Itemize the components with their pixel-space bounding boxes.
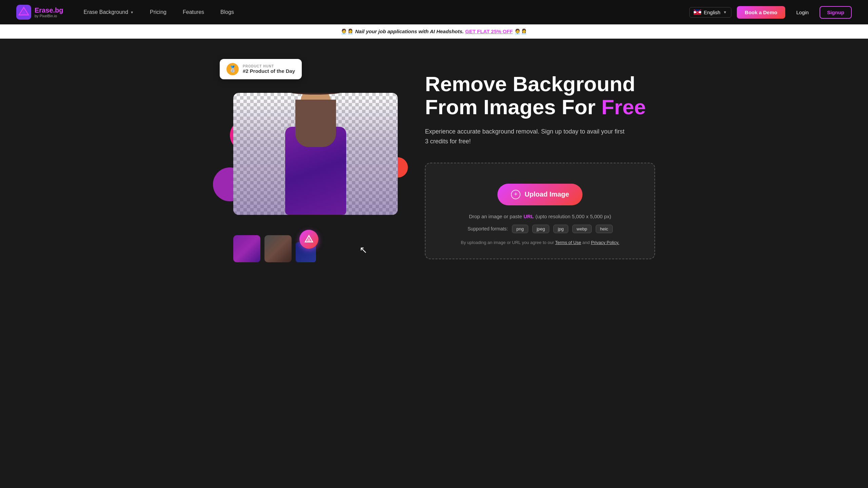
banner-cta-link[interactable]: GET FLAT 25% OFF [465,28,513,34]
logo-title-part2: .bg [53,6,63,14]
flag-icon [694,9,701,15]
book-demo-button[interactable]: Book a Demo [737,6,786,19]
upload-button-label: Upload Image [525,190,569,198]
hero-illustration: 🥈 PRODUCT HUNT #2 Product of the Day [213,59,405,262]
banner-emoji-left: 🧑‍💼👩‍💼 [341,28,354,34]
format-jpeg: jpeg [532,225,550,233]
ph-label: PRODUCT HUNT [243,64,295,68]
logo-subtitle: by PixelBin.io [35,14,63,18]
banner-emoji-right: 🧑‍💼👩‍💼 [514,28,527,34]
signup-button[interactable]: Signup [820,6,852,19]
plus-icon: + [511,190,520,199]
drop-text-after: (upto resolution 5,000 x 5,000 px) [535,214,611,219]
hero-content: Remove Background From Images For Free E… [425,59,655,259]
format-webp: webp [572,225,592,233]
nav-actions: English ▼ Book a Demo Login Signup [689,6,852,19]
ph-title: #2 Product of the Day [243,68,295,74]
formats-label: Supported formats: [468,226,508,231]
ph-medal-icon: 🥈 [226,63,239,75]
format-png: png [512,225,528,233]
format-jpg: jpg [553,225,568,233]
format-heic: heic [596,225,613,233]
privacy-policy-link[interactable]: Privacy Policy. [591,240,619,245]
nav-links: Erase Background ▼ Pricing Features Blog… [84,9,689,15]
login-button[interactable]: Login [791,6,814,19]
nav-features[interactable]: Features [183,9,204,15]
upload-image-button[interactable]: + Upload Image [497,184,583,205]
drop-text: Drop an image or paste URL (upto resolut… [439,214,641,219]
product-hunt-badge: 🥈 PRODUCT HUNT #2 Product of the Day [220,59,302,79]
cursor-icon: ↖ [359,244,367,256]
hero-title: Remove Background From Images For Free [425,73,655,119]
logo-text: Erase.bg by PixelBin.io [35,6,63,18]
demo-image-card [233,93,398,215]
chevron-down-icon: ▼ [723,10,727,14]
hero-subtitle: Experience accurate background removal. … [425,127,628,146]
main-content: 🥈 PRODUCT HUNT #2 Product of the Day [197,39,671,289]
url-link[interactable]: URL [524,214,534,219]
banner-text: Nail your job applications with AI Heads… [355,28,463,34]
formats-row: Supported formats: png jpeg jpg webp hei… [439,225,641,233]
chevron-down-icon: ▼ [130,11,134,14]
logo[interactable]: Erase.bg by PixelBin.io [16,5,63,20]
language-label: English [704,9,721,15]
hero-title-line1: Remove Background [425,72,635,96]
terms-text: By uploading an image or URL you agree t… [439,240,641,245]
erase-logo-icon [304,235,314,244]
promo-banner: 🧑‍💼👩‍💼 Nail your job applications with A… [0,24,868,39]
thumbnail-1[interactable] [233,235,260,262]
logo-icon [16,5,31,20]
nav-blogs[interactable]: Blogs [220,9,234,15]
drop-text-before: Drop an image or paste [469,214,522,219]
hero-title-highlight: Free [601,95,646,119]
logo-title-part1: Erase [35,6,53,14]
upload-area: + Upload Image Drop an image or paste UR… [425,163,655,259]
erase-logo-overlay [299,230,318,249]
nav-pricing[interactable]: Pricing [150,9,166,15]
terms-between: and [583,240,590,245]
navbar: Erase.bg by PixelBin.io Erase Background… [0,0,868,24]
terms-before: By uploading an image or URL you agree t… [461,240,554,245]
language-selector[interactable]: English ▼ [689,7,731,18]
nav-erase-background[interactable]: Erase Background ▼ [84,9,134,15]
hero-title-line2: From Images For [425,95,595,119]
thumbnail-2[interactable] [264,235,292,262]
terms-of-use-link[interactable]: Terms of Use [555,240,581,245]
